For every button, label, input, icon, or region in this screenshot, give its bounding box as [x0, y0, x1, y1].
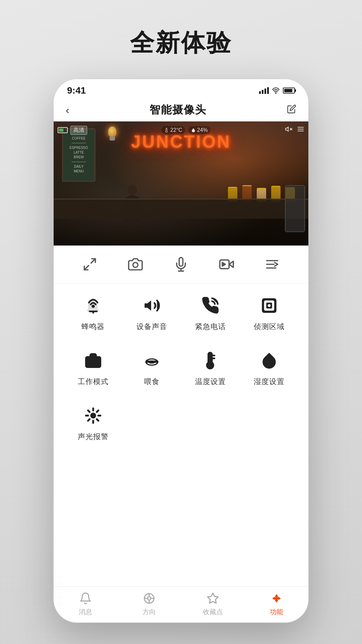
- svg-point-18: [92, 305, 95, 308]
- battery-icon: [283, 88, 295, 94]
- temp-settings-button[interactable]: 温度设置: [181, 345, 240, 390]
- svg-point-23: [267, 304, 270, 307]
- tab-direction[interactable]: 方向: [117, 591, 181, 616]
- status-time: 9:41: [67, 85, 86, 96]
- more-button[interactable]: [263, 255, 282, 274]
- speaker-icon: [140, 293, 164, 318]
- work-mode-button[interactable]: 工作模式: [64, 345, 122, 390]
- chalkboard-deco: COFFEE──────ESPRESSOLATTEBREW──────DAILY…: [62, 128, 96, 182]
- detection-icon: [257, 293, 281, 318]
- wifi-icon: [272, 88, 280, 94]
- work-mode-label: 工作模式: [78, 377, 109, 387]
- device-sound-button[interactable]: 设备声音: [122, 290, 181, 335]
- phone-frame: 9:41 ‹ 智能摄像头: [54, 79, 308, 623]
- tab-messages-label: 消息: [79, 607, 92, 616]
- function-row-1: 蜂鸣器 设备声音: [64, 290, 298, 335]
- svg-marker-12: [229, 261, 233, 267]
- apps-icon: [269, 591, 284, 605]
- function-row-2: 工作模式 喂食: [64, 345, 298, 390]
- tab-favorites[interactable]: 收藏点: [181, 591, 245, 616]
- camera-feed: COFFEE──────ESPRESSOLATTEBREW──────DAILY…: [54, 121, 308, 246]
- nav-bar: ‹ 智能摄像头: [54, 99, 308, 121]
- svg-line-38: [97, 419, 98, 421]
- svg-rect-29: [145, 361, 158, 363]
- humidity-settings-label: 湿度设置: [254, 377, 285, 387]
- status-icons: [259, 87, 295, 94]
- video-icon: [217, 255, 236, 274]
- camera-icon: [126, 255, 145, 274]
- temp-settings-label: 温度设置: [195, 377, 226, 387]
- svg-line-40: [88, 419, 89, 421]
- detection-zone-button[interactable]: 侦测区域: [240, 290, 298, 335]
- microphone-button[interactable]: [172, 255, 190, 274]
- status-bar: 9:41: [54, 79, 308, 99]
- tab-direction-label: 方向: [142, 607, 156, 616]
- edit-button[interactable]: [287, 104, 296, 116]
- counter-bar: [54, 199, 308, 219]
- function-row-3: 声光报警: [64, 400, 298, 445]
- thermometer-icon: [198, 348, 223, 373]
- svg-point-9: [133, 263, 138, 268]
- alarm-label: 声光报警: [78, 432, 109, 442]
- svg-line-8: [84, 266, 89, 270]
- buzzer-label: 蜂鸣器: [81, 322, 105, 332]
- microphone-icon: [172, 255, 190, 274]
- feed-button[interactable]: 喂食: [122, 345, 181, 390]
- emergency-call-label: 紧急电话: [195, 322, 226, 332]
- svg-line-39: [97, 411, 98, 412]
- joystick-icon: [142, 591, 156, 605]
- neon-sign: JUNCTION: [131, 131, 231, 152]
- svg-marker-14: [222, 263, 225, 266]
- svg-point-32: [90, 413, 96, 418]
- svg-point-48: [275, 597, 278, 600]
- detection-zone-label: 侦测区域: [254, 322, 285, 332]
- light-bulb-deco: [107, 126, 117, 142]
- control-bar: [54, 246, 308, 283]
- fullscreen-button[interactable]: [80, 255, 99, 274]
- tab-functions[interactable]: 功能: [245, 591, 308, 616]
- phone-icon: [198, 293, 223, 318]
- back-button[interactable]: ‹: [66, 104, 69, 116]
- briefcase-icon: [81, 348, 105, 373]
- svg-line-7: [91, 259, 96, 263]
- tab-functions-label: 功能: [270, 607, 283, 616]
- svg-rect-49: [0, 577, 67, 644]
- device-sound-label: 设备声音: [136, 322, 167, 332]
- emergency-call-button[interactable]: 紧急电话: [181, 290, 240, 335]
- tab-bar: 消息 方向 收藏点: [54, 586, 308, 623]
- fullscreen-icon: [80, 255, 99, 274]
- page-title: 全新体验: [130, 27, 232, 59]
- alarm-button[interactable]: 声光报警: [64, 400, 122, 445]
- alarm-icon: [81, 404, 105, 428]
- svg-point-0: [276, 93, 276, 93]
- chalkboard-text: COFFEE──────ESPRESSOLATTEBREW──────DAILY…: [69, 136, 88, 174]
- tab-favorites-label: 收藏点: [203, 607, 223, 616]
- nav-title: 智能摄像头: [149, 103, 206, 117]
- buzzer-button[interactable]: 蜂鸣器: [64, 290, 122, 335]
- feed-label: 喂食: [144, 377, 160, 387]
- machine-deco: [285, 185, 305, 232]
- bowl-icon: [140, 348, 164, 373]
- svg-marker-47: [207, 593, 218, 603]
- video-record-button[interactable]: [217, 255, 236, 274]
- more-icon: [263, 255, 282, 274]
- humidity-settings-button[interactable]: 湿度设置: [240, 345, 298, 390]
- star-icon: [206, 591, 220, 605]
- buzzer-icon: [81, 293, 105, 318]
- drop-icon: [257, 348, 281, 373]
- svg-marker-19: [144, 301, 151, 311]
- svg-line-37: [88, 411, 89, 412]
- corner-decoration: [0, 577, 67, 644]
- screenshot-button[interactable]: [126, 255, 145, 274]
- signal-icon: [259, 87, 269, 94]
- function-grid: 蜂鸣器 设备声音: [54, 283, 308, 586]
- bell-icon: [78, 591, 93, 605]
